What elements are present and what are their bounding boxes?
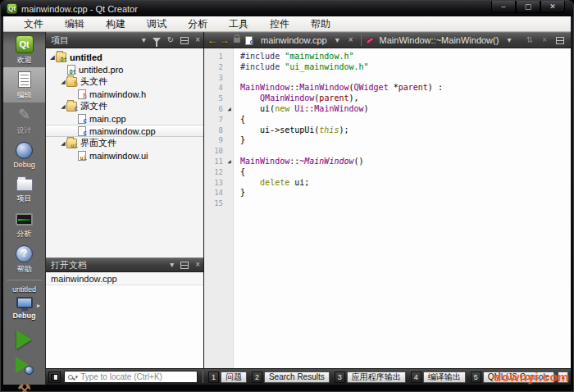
fold-empty xyxy=(226,52,233,62)
project-panel-dropdown-icon[interactable]: ▾ xyxy=(142,36,146,44)
project-split-icon[interactable] xyxy=(180,37,189,44)
open-documents-title[interactable]: 打开文档 xyxy=(46,259,166,271)
project-close-icon[interactable]: × xyxy=(195,36,200,44)
folder-icon xyxy=(66,139,77,148)
toggle-sidebar-button[interactable] xyxy=(48,371,61,383)
build-button[interactable]: ⚒ xyxy=(17,381,31,392)
code-token: ui; xyxy=(289,178,309,187)
fold-marker-icon[interactable]: ◢ xyxy=(226,104,233,115)
tree-expand-icon[interactable]: ◢ xyxy=(60,79,66,85)
title-bar[interactable]: Qt mainwindow.cpp - Qt Creator xyxy=(1,1,573,16)
code-editor[interactable]: 123456789101112131415 ◢◢ #include "mainw… xyxy=(204,48,571,368)
code-line: { xyxy=(240,115,571,125)
filter-icon[interactable] xyxy=(153,38,161,43)
menu-item-edit[interactable]: 编辑 xyxy=(54,16,95,31)
tree-item--[interactable]: ◢源文件 xyxy=(46,100,203,112)
open-documents-dropdown-icon[interactable]: ▾ xyxy=(170,261,174,269)
line-number: 13 xyxy=(204,178,223,189)
run-button-group: ⚒ xyxy=(3,330,45,392)
debug-run-button[interactable] xyxy=(15,355,34,375)
output-pane-label: 应用程序输出 xyxy=(347,371,406,383)
menu-item-analyze[interactable]: 分析 xyxy=(177,16,218,31)
tree-expand-icon[interactable]: ◢ xyxy=(60,103,66,110)
fold-marker-column[interactable]: ◢◢ xyxy=(226,48,234,368)
open-document-item[interactable]: mainwindow.cpp xyxy=(46,272,203,285)
menu-item-file[interactable]: 文件 xyxy=(13,16,54,31)
tree-item--[interactable]: ◢头文件 xyxy=(46,75,203,88)
fold-marker-icon[interactable]: ◢ xyxy=(226,157,233,167)
output-pane--[interactable]: 3应用程序输出 xyxy=(335,371,406,383)
line-number: 9 xyxy=(204,135,223,146)
open-documents-split-icon[interactable] xyxy=(180,262,189,269)
line-number: 4 xyxy=(204,83,223,93)
tree-item-label: mainwindow.cpp xyxy=(89,126,156,136)
project-panel-title[interactable]: 项目 xyxy=(46,34,139,47)
sidebar-mode-edit[interactable]: 编辑 xyxy=(3,67,45,103)
output-pane--[interactable]: 1问题 xyxy=(208,371,247,383)
tree-item-mainwindow-cpp[interactable]: mainwindow.cpp xyxy=(46,125,203,137)
sidebar-toggle-icon xyxy=(51,374,58,381)
folder-icon xyxy=(66,102,77,112)
code-token: ) xyxy=(364,104,369,113)
menu-item-tools[interactable]: 工具 xyxy=(218,16,259,31)
method-symbol-icon xyxy=(365,36,375,44)
menu-item-debug[interactable]: 调试 xyxy=(136,16,177,31)
tree-item-mainwindow-ui[interactable]: mainwindow.ui xyxy=(46,149,203,162)
minimize-button[interactable]: – xyxy=(491,1,516,13)
tree-expand-icon[interactable]: ◢ xyxy=(60,140,66,147)
locator-filter-dropdown-icon[interactable]: ▾ xyxy=(75,374,79,381)
sync-icon[interactable]: ↻ xyxy=(167,36,174,44)
output-pane-number: 5 xyxy=(471,371,481,383)
open-documents-close-icon[interactable]: × xyxy=(195,261,200,269)
go-forward-icon[interactable]: → xyxy=(220,34,230,46)
window-controls: – ▢ ✕ xyxy=(491,1,565,13)
code-token xyxy=(240,93,260,103)
open-file-selector[interactable]: mainwindow.cpp xyxy=(258,35,330,45)
fold-empty xyxy=(226,62,233,73)
kit-selector-button[interactable]: ▸ Debug xyxy=(3,295,45,321)
line-number: 2 xyxy=(204,62,223,73)
locator-input[interactable]: ▾ Type to locate (Ctrl+K) xyxy=(64,371,198,383)
open-documents-header: 打开文档 ▾ × xyxy=(46,258,203,272)
tree-item-untitled-pro[interactable]: untitled.pro xyxy=(46,63,203,75)
menu-item-help[interactable]: 帮助 xyxy=(300,16,341,31)
file-dropdown-icon[interactable]: ▾ xyxy=(335,36,339,44)
tree-item-main-cpp[interactable]: main.cpp xyxy=(46,112,203,125)
code-token: ~MainWindow xyxy=(299,157,353,166)
file-close-icon[interactable]: × xyxy=(348,36,353,44)
go-back-icon[interactable]: ← xyxy=(207,34,217,46)
code-token xyxy=(240,178,260,187)
fold-empty xyxy=(226,198,233,209)
sidebar-mode-design[interactable]: ✎设计 xyxy=(3,103,45,138)
sidebar-mode-analyze[interactable]: 分析 xyxy=(3,206,45,241)
symbol-selector[interactable]: MainWindow::~MainWindow() xyxy=(377,35,502,45)
output-pane-label: 编译输出 xyxy=(423,371,466,383)
symbol-dropdown-icon[interactable]: ▾ xyxy=(507,36,511,44)
updown-icon[interactable]: ⇅ xyxy=(526,36,533,44)
tree-item--[interactable]: ◢界面文件 xyxy=(46,137,203,149)
navigation-column: 项目 ▾ ↻ × ◢untitleduntitled.pro◢头文件mainwi… xyxy=(46,32,204,368)
code-token: MainWindow xyxy=(314,104,363,113)
maximize-button[interactable]: ▢ xyxy=(516,1,540,13)
file-icon xyxy=(67,65,75,75)
tree-item-mainwindow-h[interactable]: mainwindow.h xyxy=(46,88,203,100)
tree-expand-icon[interactable]: ◢ xyxy=(49,54,56,61)
menu-item-build[interactable]: 构建 xyxy=(95,16,136,31)
sidebar-mode-welcome[interactable]: Qt欢迎 xyxy=(3,32,45,67)
tree-item-label: 界面文件 xyxy=(80,137,116,149)
code-token: } xyxy=(240,188,245,197)
run-button[interactable] xyxy=(16,330,32,349)
output-pane-search-results[interactable]: 2Search Results xyxy=(252,371,330,383)
code-area[interactable]: #include "mainwindow.h"#include "ui_main… xyxy=(234,48,571,368)
output-pane--[interactable]: 4编译输出 xyxy=(411,371,466,383)
sidebar-mode-help[interactable]: ?帮助 xyxy=(3,241,45,276)
sidebar-mode-projects[interactable]: 项目 xyxy=(3,171,45,206)
tree-item-untitled[interactable]: ◢untitled xyxy=(46,51,203,63)
sidebar-mode-debug[interactable]: Debug xyxy=(3,138,45,171)
code-token: parent xyxy=(319,93,348,103)
fold-empty xyxy=(226,125,233,136)
close-button[interactable]: ✕ xyxy=(540,1,565,13)
code-token: QWidget xyxy=(354,83,389,92)
menu-item-widgets[interactable]: 控件 xyxy=(259,16,300,31)
split-editor-icon[interactable] xyxy=(556,37,564,44)
